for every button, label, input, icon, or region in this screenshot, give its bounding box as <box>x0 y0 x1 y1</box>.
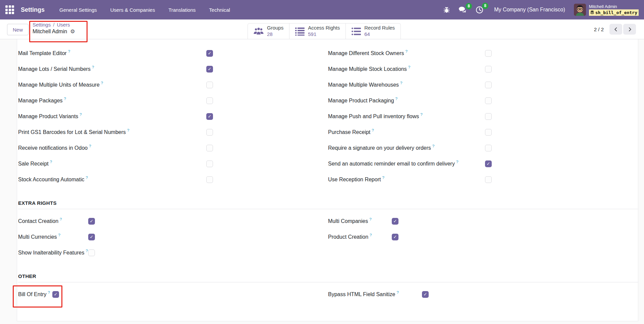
field-label-manage-multiple-stock-locations: Manage Multiple Stock Locations <box>328 66 407 72</box>
help-icon[interactable]: ? <box>372 128 374 132</box>
messages-icon[interactable]: 8 <box>459 6 467 13</box>
checkbox-require-a-signature-on-your-delivery-orders[interactable] <box>485 145 492 151</box>
field-label-print-gs1-barcodes-for-lot-serial-numbers: Print GS1 Barcodes for Lot & Serial Numb… <box>18 129 126 135</box>
company-switcher[interactable]: My Company (San Francisco) <box>494 7 565 13</box>
menu-general-settings[interactable]: General Settings <box>59 7 97 13</box>
checkbox-contact-creation[interactable] <box>88 218 95 225</box>
settings-row: Manage Multiple Warehouses? <box>328 77 638 93</box>
help-icon[interactable]: ? <box>89 144 91 148</box>
pager-next-button[interactable] <box>623 24 636 35</box>
help-icon[interactable]: ? <box>369 217 371 221</box>
checkbox-purchase-receipt[interactable] <box>485 129 492 136</box>
checkbox-manage-product-packaging[interactable] <box>485 97 492 104</box>
help-icon[interactable]: ? <box>370 233 372 237</box>
menu-technical[interactable]: Technical <box>209 7 230 13</box>
debug-bug-icon[interactable] <box>443 6 450 13</box>
help-icon[interactable]: ? <box>68 49 70 53</box>
settings-row: Product Creation? <box>328 229 638 245</box>
help-icon[interactable]: ? <box>405 49 407 53</box>
checkbox-manage-multiple-warehouses[interactable] <box>485 82 492 88</box>
breadcrumb-separator: / <box>53 22 54 28</box>
help-icon[interactable]: ? <box>50 160 52 164</box>
help-icon[interactable]: ? <box>64 97 66 101</box>
breadcrumb-settings[interactable]: Settings <box>33 22 51 28</box>
field-label-mail-template-editor: Mail Template Editor <box>18 50 67 56</box>
help-icon[interactable]: ? <box>420 112 422 117</box>
menu-translations[interactable]: Translations <box>168 7 196 13</box>
checkbox-sale-receipt[interactable] <box>206 160 213 167</box>
help-icon[interactable]: ? <box>127 128 129 132</box>
user-menu[interactable]: Mitchell Admin sh_bill_of_entry <box>574 4 639 16</box>
help-icon[interactable]: ? <box>79 112 82 117</box>
help-icon[interactable]: ? <box>395 97 397 101</box>
breadcrumb-current-record: Mitchell Admin <box>33 29 67 35</box>
help-icon[interactable]: ? <box>408 65 410 69</box>
settings-row: Use Reception Report? <box>328 172 638 187</box>
activities-clock-icon[interactable]: 8 <box>476 6 483 14</box>
checkbox-receive-notifications-in-odoo[interactable] <box>206 145 213 151</box>
field-label-contact-creation: Contact Creation <box>18 218 58 224</box>
stat-button-access-rights[interactable]: Access Rights 591 <box>289 24 346 39</box>
checkbox-manage-multiple-stock-locations[interactable] <box>485 66 492 73</box>
field-label-manage-multiple-units-of-measure: Manage Multiple Units of Measure <box>18 82 100 88</box>
field-label-multi-currencies: Multi Currencies <box>18 234 57 240</box>
field-label-stock-accounting-automatic: Stock Accounting Automatic <box>18 177 84 183</box>
settings-row: Manage Multiple Units of Measure? <box>18 77 328 93</box>
help-icon[interactable]: ? <box>396 290 398 294</box>
apps-menu-icon[interactable] <box>5 5 14 14</box>
checkbox-manage-multiple-units-of-measure[interactable] <box>206 82 213 88</box>
checkbox-manage-different-stock-owners[interactable] <box>485 50 492 57</box>
help-icon[interactable]: ? <box>456 160 458 164</box>
breadcrumb-users[interactable]: Users <box>57 22 70 28</box>
main-menu: General Settings Users & Companies Trans… <box>59 7 230 13</box>
section-title: OTHER <box>18 273 638 279</box>
stat-value: 64 <box>364 31 395 38</box>
stat-button-record-rules[interactable]: Record Rules 64 <box>346 24 400 39</box>
help-icon[interactable]: ? <box>432 144 434 148</box>
settings-row: Manage Push and Pull inventory flows? <box>328 108 638 124</box>
checkbox-product-creation[interactable] <box>392 234 398 240</box>
field-label-use-reception-report: Use Reception Report <box>328 177 381 183</box>
help-icon[interactable]: ? <box>101 81 103 85</box>
stat-label: Groups <box>267 25 283 31</box>
groups-icon <box>254 27 264 35</box>
help-icon[interactable]: ? <box>86 176 88 180</box>
stat-label: Access Rights <box>308 25 340 31</box>
settings-row: Purchase Receipt? <box>328 124 638 140</box>
checkbox-manage-lots-serial-numbers[interactable] <box>206 66 213 73</box>
checkbox-mail-template-editor[interactable] <box>206 50 213 57</box>
field-label-bypass-html-field-sanitize: Bypass HTML Field Sanitize <box>328 291 395 297</box>
settings-row: Show Inalterability Features? <box>18 245 328 261</box>
checkbox-manage-product-variants[interactable] <box>206 113 213 120</box>
checkbox-use-reception-report[interactable] <box>485 176 492 183</box>
checkbox-multi-companies[interactable] <box>392 218 398 225</box>
menu-users-companies[interactable]: Users & Companies <box>110 7 155 13</box>
checkbox-send-an-automatic-reminder-email-to-confirm-delivery[interactable] <box>485 160 492 167</box>
checkbox-bypass-html-field-sanitize[interactable] <box>422 291 429 298</box>
checkbox-show-inalterability-features[interactable] <box>88 249 95 256</box>
pager-previous-button[interactable] <box>609 24 622 35</box>
field-label-show-inalterability-features: Show Inalterability Features <box>18 250 84 256</box>
new-button[interactable]: New <box>7 24 29 35</box>
settings-row: Require a signature on your delivery ord… <box>328 140 638 156</box>
help-icon[interactable]: ? <box>60 217 62 221</box>
stat-button-groups[interactable]: Groups 28 <box>248 24 289 39</box>
checkbox-manage-packages[interactable] <box>206 97 213 104</box>
checkbox-bill-of-entry[interactable] <box>52 291 59 298</box>
section-divider <box>18 282 638 282</box>
help-icon[interactable]: ? <box>400 81 402 85</box>
actions-gear-icon[interactable]: ⚙ <box>70 29 75 34</box>
help-icon[interactable]: ? <box>92 65 94 69</box>
help-icon[interactable]: ? <box>86 249 88 253</box>
checkbox-manage-push-and-pull-inventory-flows[interactable] <box>485 113 492 120</box>
help-icon[interactable]: ? <box>58 233 60 237</box>
field-label-manage-product-variants: Manage Product Variants <box>18 113 78 120</box>
checkbox-multi-currencies[interactable] <box>88 234 95 240</box>
checkbox-stock-accounting-automatic[interactable] <box>206 176 213 183</box>
help-icon[interactable]: ? <box>48 290 50 294</box>
chevron-right-icon <box>628 27 632 32</box>
checkbox-print-gs1-barcodes-for-lot-serial-numbers[interactable] <box>206 129 213 136</box>
app-name[interactable]: Settings <box>21 6 45 13</box>
help-icon[interactable]: ? <box>382 176 384 180</box>
settings-row: Manage Product Variants? <box>18 108 328 124</box>
